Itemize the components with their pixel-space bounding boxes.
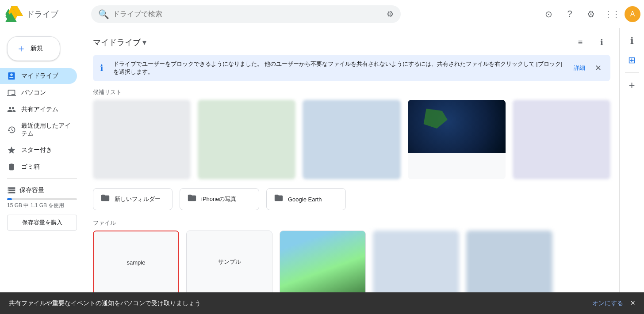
sidebar-item-computer[interactable]: パソコン: [0, 85, 77, 101]
earth-thumbnail: [408, 100, 506, 153]
banner-close-button[interactable]: ✕: [593, 63, 603, 73]
drive-logo-icon: [5, 6, 23, 22]
storage-label: 保存容量: [19, 186, 44, 194]
content-area: マイドライブ ▾ ≡ ℹ ℹ ドライブでユーザーをブロックできるようになりました…: [84, 28, 619, 314]
folder-item-iphone[interactable]: iPhoneの写真: [180, 188, 259, 210]
sidebar-item-trash[interactable]: ゴミ箱: [0, 159, 77, 175]
settings-icon-btn[interactable]: ⚙: [582, 5, 600, 23]
suggested-row: [93, 100, 610, 179]
sidebar-item-starred[interactable]: スター付き: [0, 142, 77, 158]
filter-icon[interactable]: ⚙: [387, 9, 394, 19]
help-icon-btn[interactable]: ?: [561, 5, 579, 23]
topbar-right: ⊙ ? ⚙ ⋮⋮ A: [540, 5, 640, 23]
storage-bar-fill: [7, 198, 12, 200]
storage-icon: [7, 186, 16, 195]
notification-toast: 共有ファイルや重要なイベントの通知をパソコンで受け取りましょう オンにする ×: [0, 292, 644, 314]
storage-section: 保存容量 15 GB 中 1.1 GB を使用 保存容量を購入: [7, 186, 77, 231]
folder-icon-new: [100, 193, 110, 205]
logo-area: ドライブ: [4, 6, 88, 22]
my-drive-icon: [7, 72, 16, 80]
suggested-card-1[interactable]: [93, 100, 191, 179]
suggested-card-5[interactable]: [513, 100, 610, 179]
sidebar-item-shared[interactable]: 共有アイテム: [0, 102, 77, 117]
right-panel-divider: [625, 72, 639, 73]
star-icon: [7, 146, 16, 155]
sidebar: ＋ 新規 マイドライブ パソコン 共有アイテム: [0, 28, 84, 314]
storage-bar-bg: [7, 198, 77, 200]
sidebar-item-label-starred: スター付き: [21, 146, 52, 154]
folder-item-earth[interactable]: Google Earth: [266, 188, 346, 210]
sidebar-divider: [7, 178, 77, 179]
suggested-card-2[interactable]: [198, 100, 295, 179]
buy-storage-button[interactable]: 保存容量を購入: [7, 215, 77, 231]
banner-info-icon: ℹ: [100, 63, 109, 73]
sidebar-item-label-computer: パソコン: [21, 89, 46, 97]
banner-link[interactable]: 詳細: [574, 64, 585, 72]
suggested-label: 候補リスト: [93, 88, 610, 96]
sidebar-item-my-drive[interactable]: マイドライブ: [0, 68, 77, 84]
apps-icon-btn[interactable]: ⋮⋮: [603, 5, 621, 23]
right-panel-add-btn[interactable]: +: [623, 76, 641, 94]
recent-icon: [7, 125, 16, 134]
storage-detail: 15 GB 中 1.1 GB を使用: [7, 202, 77, 209]
computer-icon: [7, 88, 16, 97]
folder-name-iphone: iPhoneの写真: [201, 195, 236, 203]
card-name: [412, 156, 501, 160]
search-icon: 🔍: [98, 9, 109, 19]
notification-banner: ℹ ドライブでユーザーをブロックできるようになりました。 他のユーザーから不要な…: [93, 55, 610, 81]
folder-name-earth: Google Earth: [288, 196, 322, 203]
folder-icon-earth: [274, 193, 284, 205]
sidebar-nav: マイドライブ パソコン 共有アイテム 最近使用したアイテム: [0, 68, 84, 175]
new-button-label: 新規: [31, 45, 43, 53]
files-label: ファイル: [93, 219, 610, 227]
right-panel-info-btn[interactable]: ℹ: [623, 32, 641, 49]
file-thumb-sample2: サンプル: [187, 231, 272, 293]
app-title: ドライブ: [27, 9, 58, 19]
toast-action-button[interactable]: オンにする: [592, 299, 623, 307]
file-content-label: sample: [123, 256, 149, 269]
suggested-card-3[interactable]: [303, 100, 400, 179]
folder-name-new: 新しいフォルダー: [115, 195, 161, 203]
content-header: マイドライブ ▾ ≡ ℹ: [93, 28, 610, 55]
content-title[interactable]: マイドライブ ▾: [93, 37, 146, 48]
chevron-down-icon: ▾: [142, 38, 146, 47]
info-button[interactable]: ℹ: [593, 34, 610, 51]
sidebar-item-label-my-drive: マイドライブ: [21, 72, 58, 80]
toast-message: 共有ファイルや重要なイベントの通知をパソコンで受け取りましょう: [9, 299, 201, 307]
new-button[interactable]: ＋ 新規: [7, 36, 60, 61]
file-thumb-map: [280, 231, 365, 293]
avatar[interactable]: A: [625, 6, 640, 22]
right-panel: ℹ ⊞ +: [619, 28, 644, 314]
content-title-text: マイドライブ: [93, 37, 141, 48]
right-panel-apps-btn[interactable]: ⊞: [623, 51, 641, 69]
card-info: [408, 153, 506, 163]
search-bar[interactable]: 🔍 ⚙: [91, 5, 401, 23]
new-plus-icon: ＋: [16, 42, 26, 55]
sidebar-item-recent[interactable]: 最近使用したアイテム: [0, 118, 77, 141]
banner-text: ドライブでユーザーをブロックできるようになりました。 他のユーザーから不要なファ…: [113, 60, 567, 76]
sidebar-item-label-shared: 共有アイテム: [21, 106, 58, 113]
folder-item-new[interactable]: 新しいフォルダー: [93, 188, 172, 210]
search-input[interactable]: [113, 10, 383, 18]
file-thumb-sample: sample: [94, 231, 178, 293]
toast-actions: オンにする ×: [592, 299, 635, 308]
content-header-right: ≡ ℹ: [571, 34, 610, 51]
sidebar-item-label-trash: ゴミ箱: [21, 163, 40, 171]
account-icon-btn[interactable]: ⊙: [540, 5, 557, 23]
sidebar-item-label-recent: 最近使用したアイテム: [21, 122, 72, 138]
trash-icon: [7, 163, 16, 171]
folder-icon-iphone: [187, 193, 197, 205]
suggested-card-earth[interactable]: [408, 100, 506, 179]
toast-close-button[interactable]: ×: [630, 299, 635, 308]
list-view-button[interactable]: ≡: [571, 34, 589, 51]
shared-icon: [7, 105, 16, 114]
file-content-label2: サンプル: [215, 254, 245, 269]
main-area: マイドライブ ▾ ≡ ℹ ℹ ドライブでユーザーをブロックできるようになりました…: [84, 28, 619, 314]
folder-row: 新しいフォルダー iPhoneの写真 Google Earth: [93, 188, 610, 210]
